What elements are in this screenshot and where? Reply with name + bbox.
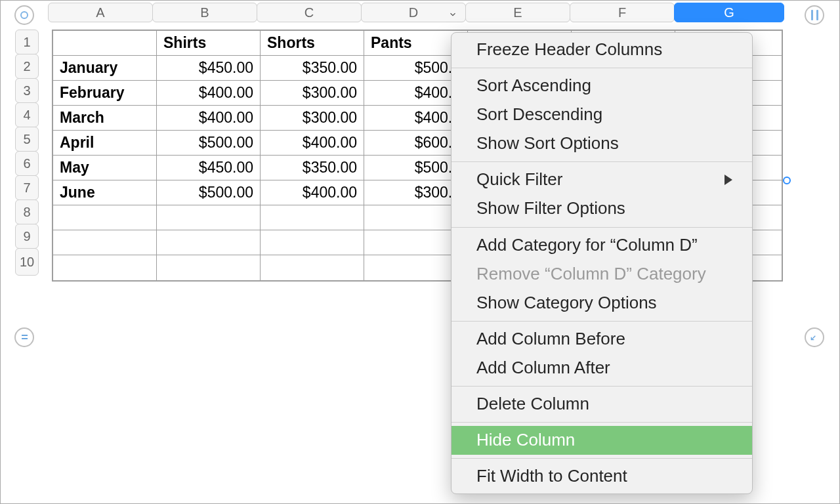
row-header[interactable]: 3: [15, 78, 39, 103]
resize-table-handle[interactable]: [803, 326, 826, 349]
cell[interactable]: [53, 205, 157, 230]
row-header[interactable]: 4: [15, 102, 39, 127]
cell[interactable]: March: [53, 106, 157, 131]
menu-add-category[interactable]: Add Category for “Column D”: [452, 231, 752, 260]
cell[interactable]: [157, 205, 261, 230]
submenu-arrow-icon: [724, 175, 732, 185]
cell[interactable]: $450.00: [157, 56, 261, 81]
cell[interactable]: April: [53, 131, 157, 156]
columns-icon: [811, 10, 818, 20]
selection-handle[interactable]: [783, 177, 791, 184]
column-label: G: [724, 5, 734, 20]
cell[interactable]: January: [53, 56, 157, 81]
menu-delete-column[interactable]: Delete Column: [452, 390, 752, 419]
column-header-D[interactable]: D: [361, 3, 466, 22]
row-header[interactable]: 7: [15, 175, 39, 200]
column-label: D: [409, 5, 418, 20]
column-label: B: [200, 5, 209, 20]
table-corner-select[interactable]: [12, 3, 36, 27]
row-header-col: 1 2 3 4 5 6 7 8 9 10: [15, 30, 39, 275]
column-header-C[interactable]: C: [257, 3, 362, 22]
row-header[interactable]: 1: [15, 30, 39, 54]
cell[interactable]: $500.00: [157, 180, 261, 205]
menu-separator: [452, 422, 752, 423]
menu-separator: [452, 161, 752, 162]
column-label: C: [304, 5, 314, 20]
menu-freeze-header-columns[interactable]: Freeze Header Columns: [452, 35, 752, 64]
chevron-down-icon[interactable]: [447, 7, 459, 22]
menu-add-column-before[interactable]: Add Column Before: [452, 325, 752, 354]
menu-show-category-options[interactable]: Show Category Options: [452, 289, 752, 318]
add-column-handle[interactable]: [803, 3, 826, 27]
cell[interactable]: [53, 31, 157, 56]
menu-separator: [452, 68, 752, 68]
column-header-G[interactable]: G: [674, 3, 784, 22]
column-label: A: [96, 5, 104, 20]
row-header[interactable]: 8: [15, 200, 39, 224]
menu-sort-descending[interactable]: Sort Descending: [452, 100, 752, 129]
column-header-B[interactable]: B: [152, 3, 257, 22]
menu-separator: [452, 321, 752, 322]
row-header[interactable]: 10: [15, 248, 39, 276]
cell[interactable]: $350.00: [261, 156, 364, 180]
cell[interactable]: $300.00: [261, 81, 364, 106]
cell[interactable]: May: [53, 156, 157, 180]
cell[interactable]: $400.00: [261, 180, 364, 205]
menu-separator: [452, 227, 752, 228]
menu-show-sort-options[interactable]: Show Sort Options: [452, 129, 752, 158]
column-header-E[interactable]: E: [465, 3, 570, 22]
column-context-menu: Freeze Header Columns Sort Ascending Sor…: [451, 32, 753, 494]
cell[interactable]: [157, 230, 261, 255]
cell[interactable]: [53, 255, 157, 280]
menu-fit-width[interactable]: Fit Width to Content: [452, 462, 752, 491]
row-header[interactable]: 6: [15, 151, 39, 176]
cell[interactable]: [261, 255, 364, 280]
cell[interactable]: [157, 255, 261, 280]
cell[interactable]: $400.00: [261, 131, 364, 156]
column-label: E: [513, 5, 522, 20]
column-label: F: [618, 5, 626, 20]
column-header-row: A B C D E F G: [48, 3, 784, 22]
rows-icon: =: [21, 331, 28, 345]
menu-hide-column[interactable]: Hide Column: [452, 426, 752, 455]
menu-add-column-after[interactable]: Add Column After: [452, 354, 752, 383]
resize-icon: [809, 329, 820, 345]
cell[interactable]: Shorts: [261, 31, 364, 56]
menu-quick-filter[interactable]: Quick Filter: [452, 165, 752, 194]
cell[interactable]: $350.00: [261, 56, 364, 81]
cell[interactable]: $500.00: [157, 131, 261, 156]
cell[interactable]: $400.00: [157, 106, 261, 131]
menu-separator: [452, 458, 752, 459]
cell[interactable]: Shirts: [157, 31, 261, 56]
cell[interactable]: June: [53, 180, 157, 205]
row-header[interactable]: 9: [15, 224, 39, 249]
column-header-A[interactable]: A: [48, 3, 153, 22]
menu-sort-ascending[interactable]: Sort Ascending: [452, 72, 752, 100]
cell[interactable]: [261, 230, 364, 255]
cell[interactable]: February: [53, 81, 157, 106]
menu-show-filter-options[interactable]: Show Filter Options: [452, 194, 752, 223]
menu-separator: [452, 386, 752, 387]
cell[interactable]: $300.00: [261, 106, 364, 131]
cell[interactable]: $400.00: [157, 81, 261, 106]
column-header-F[interactable]: F: [570, 3, 675, 22]
add-row-handle[interactable]: =: [12, 326, 36, 349]
menu-remove-category: Remove “Column D” Category: [452, 260, 752, 289]
cell[interactable]: [53, 230, 157, 255]
cell[interactable]: [261, 205, 364, 230]
row-header[interactable]: 5: [15, 127, 39, 152]
row-header[interactable]: 2: [15, 54, 39, 79]
cell[interactable]: $450.00: [157, 156, 261, 180]
